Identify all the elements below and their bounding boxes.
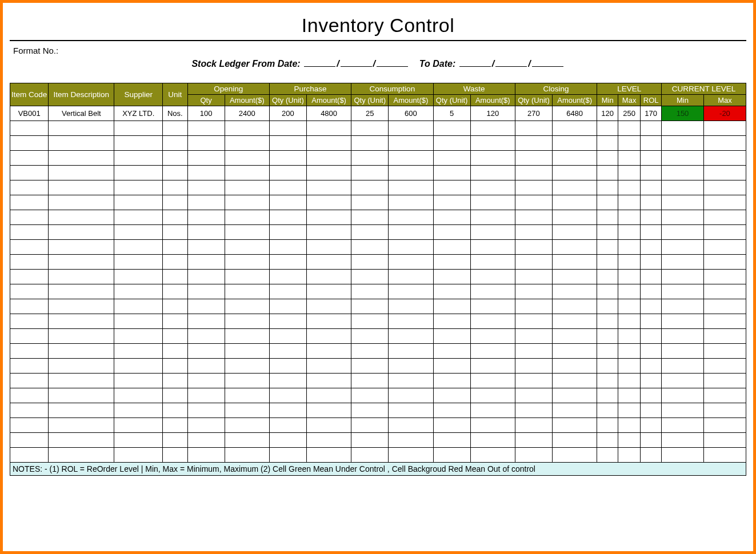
cell-supplier[interactable]: [114, 314, 163, 329]
cell-consumption-qty[interactable]: [351, 314, 389, 329]
cell-waste-amt[interactable]: [470, 448, 515, 463]
cell-item-desc[interactable]: [49, 255, 114, 270]
cell-item-code[interactable]: [10, 240, 49, 255]
cell-purchase-amt[interactable]: [307, 344, 351, 359]
cell-waste-amt[interactable]: [470, 270, 515, 284]
cell-opening-qty[interactable]: [187, 374, 225, 388]
cell-supplier[interactable]: [114, 225, 163, 240]
cell-consumption-amt[interactable]: [389, 195, 433, 210]
cell-consumption-amt[interactable]: [389, 359, 433, 374]
cell-item-desc[interactable]: Vertical Belt: [49, 106, 114, 121]
cell-level-min[interactable]: [597, 314, 618, 329]
cell-purchase-amt[interactable]: [307, 240, 351, 255]
cell-level-max[interactable]: [618, 448, 641, 463]
cell-closing-amt[interactable]: [553, 195, 597, 210]
cell-item-desc[interactable]: [49, 314, 114, 329]
cell-level-min[interactable]: [597, 136, 618, 151]
cell-purchase-qty[interactable]: [269, 270, 306, 284]
cell-level-max[interactable]: [618, 374, 641, 388]
cell-level-rol[interactable]: [641, 195, 662, 210]
cell-current-min[interactable]: [662, 166, 704, 180]
cell-level-max[interactable]: [618, 195, 641, 210]
cell-opening-amt[interactable]: [225, 284, 269, 299]
cell-waste-amt[interactable]: [470, 403, 515, 418]
cell-level-min[interactable]: [597, 448, 618, 463]
cell-level-max[interactable]: [618, 166, 641, 180]
cell-level-rol[interactable]: [641, 314, 662, 329]
cell-current-min[interactable]: [662, 121, 704, 136]
cell-consumption-qty[interactable]: [351, 121, 389, 136]
cell-consumption-qty[interactable]: [351, 166, 389, 180]
cell-waste-qty[interactable]: [433, 433, 470, 448]
cell-waste-amt[interactable]: [470, 344, 515, 359]
cell-supplier[interactable]: [114, 329, 163, 344]
cell-waste-amt[interactable]: [470, 166, 515, 180]
cell-level-max[interactable]: [618, 403, 641, 418]
cell-current-max[interactable]: [703, 344, 746, 359]
cell-level-max[interactable]: [618, 284, 641, 299]
cell-closing-amt[interactable]: [553, 166, 597, 180]
cell-purchase-amt[interactable]: [307, 359, 351, 374]
cell-purchase-amt[interactable]: [307, 136, 351, 151]
cell-level-min[interactable]: [597, 359, 618, 374]
cell-level-min[interactable]: [597, 329, 618, 344]
cell-item-desc[interactable]: [49, 448, 114, 463]
cell-unit[interactable]: [163, 374, 187, 388]
cell-purchase-qty[interactable]: [269, 151, 306, 166]
cell-purchase-qty[interactable]: [269, 388, 306, 403]
cell-purchase-qty[interactable]: [269, 374, 306, 388]
cell-waste-qty[interactable]: [433, 418, 470, 433]
cell-waste-qty[interactable]: [433, 374, 470, 388]
cell-waste-qty[interactable]: [433, 403, 470, 418]
cell-unit[interactable]: [163, 255, 187, 270]
cell-item-code[interactable]: [10, 418, 49, 433]
cell-current-min[interactable]: [662, 359, 704, 374]
cell-level-max[interactable]: [618, 344, 641, 359]
cell-consumption-amt[interactable]: [389, 270, 433, 284]
cell-closing-amt[interactable]: [553, 180, 597, 195]
cell-unit[interactable]: [163, 284, 187, 299]
cell-current-min[interactable]: [662, 240, 704, 255]
cell-unit[interactable]: [163, 225, 187, 240]
cell-current-max[interactable]: [703, 121, 746, 136]
cell-current-max[interactable]: [703, 314, 746, 329]
cell-waste-amt[interactable]: [470, 388, 515, 403]
cell-closing-amt[interactable]: [553, 136, 597, 151]
cell-consumption-amt[interactable]: [389, 151, 433, 166]
cell-item-desc[interactable]: [49, 418, 114, 433]
cell-level-max[interactable]: [618, 240, 641, 255]
cell-consumption-amt[interactable]: [389, 180, 433, 195]
cell-item-code[interactable]: [10, 180, 49, 195]
cell-item-code[interactable]: [10, 448, 49, 463]
cell-current-min[interactable]: [662, 374, 704, 388]
cell-current-max[interactable]: [703, 166, 746, 180]
cell-current-max[interactable]: -20: [703, 106, 746, 121]
cell-item-code[interactable]: [10, 329, 49, 344]
cell-closing-qty[interactable]: [515, 255, 552, 270]
cell-unit[interactable]: [163, 270, 187, 284]
cell-opening-qty[interactable]: [187, 240, 225, 255]
cell-opening-amt[interactable]: [225, 299, 269, 314]
cell-purchase-qty[interactable]: [269, 299, 306, 314]
cell-level-min[interactable]: [597, 374, 618, 388]
cell-level-max[interactable]: [618, 359, 641, 374]
cell-purchase-amt[interactable]: [307, 255, 351, 270]
cell-unit[interactable]: [163, 195, 187, 210]
cell-purchase-amt[interactable]: [307, 374, 351, 388]
cell-opening-qty[interactable]: 100: [187, 106, 225, 121]
cell-unit[interactable]: [163, 299, 187, 314]
cell-consumption-qty[interactable]: [351, 374, 389, 388]
cell-item-desc[interactable]: [49, 403, 114, 418]
cell-level-min[interactable]: [597, 433, 618, 448]
cell-opening-amt[interactable]: [225, 329, 269, 344]
cell-consumption-amt[interactable]: [389, 210, 433, 225]
cell-level-min[interactable]: [597, 418, 618, 433]
cell-waste-qty[interactable]: [433, 388, 470, 403]
cell-purchase-qty[interactable]: [269, 448, 306, 463]
cell-closing-amt[interactable]: [553, 329, 597, 344]
cell-supplier[interactable]: [114, 374, 163, 388]
cell-level-min[interactable]: 120: [597, 106, 618, 121]
cell-item-desc[interactable]: [49, 136, 114, 151]
cell-closing-amt[interactable]: [553, 448, 597, 463]
to-date-day[interactable]: [459, 59, 491, 67]
